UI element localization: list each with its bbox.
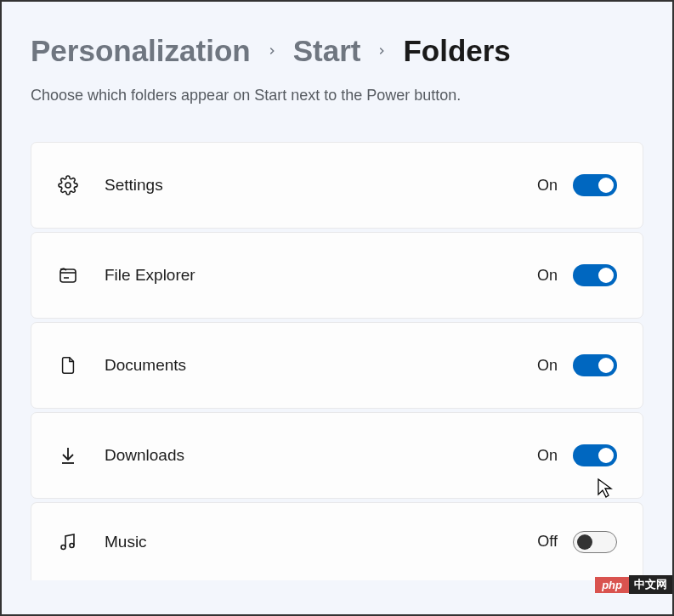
file-explorer-icon: [57, 264, 79, 286]
toggle-settings[interactable]: [573, 174, 617, 196]
watermark: php 中文网: [595, 575, 672, 594]
row-label: Documents: [105, 356, 537, 375]
folders-list: Settings On File Explorer On Documents O…: [31, 142, 643, 580]
gear-icon: [57, 174, 79, 196]
row-label: Downloads: [105, 446, 537, 465]
toggle-state-label: Off: [537, 533, 558, 551]
toggle-downloads[interactable]: [573, 444, 617, 466]
music-icon: [57, 531, 79, 553]
row-label: Music: [105, 533, 537, 551]
svg-point-4: [61, 545, 65, 549]
toggle-state-label: On: [537, 357, 558, 375]
toggle-documents[interactable]: [573, 354, 617, 376]
svg-point-5: [70, 543, 74, 547]
toggle-music[interactable]: [573, 531, 617, 553]
document-icon: [57, 354, 79, 376]
page-title: Folders: [403, 34, 510, 68]
toggle-state-label: On: [537, 177, 558, 195]
page-subtitle: Choose which folders appear on Start nex…: [31, 87, 643, 105]
row-file-explorer: File Explorer On: [31, 232, 643, 319]
svg-rect-1: [60, 269, 76, 282]
row-music: Music Off: [31, 502, 643, 580]
row-documents: Documents On: [31, 322, 643, 409]
toggle-file-explorer[interactable]: [573, 264, 617, 286]
breadcrumb-start[interactable]: Start: [293, 34, 361, 68]
toggle-state-label: On: [537, 267, 558, 285]
svg-point-0: [65, 183, 71, 188]
chevron-right-icon: [376, 40, 388, 62]
row-label: Settings: [105, 176, 537, 195]
toggle-state-label: On: [537, 447, 558, 465]
breadcrumb: Personalization Start Folders: [31, 34, 643, 68]
chevron-right-icon: [266, 40, 278, 62]
download-icon: [57, 444, 79, 466]
breadcrumb-personalization[interactable]: Personalization: [31, 34, 251, 68]
row-label: File Explorer: [105, 266, 537, 285]
watermark-left: php: [595, 577, 629, 593]
watermark-right: 中文网: [629, 575, 672, 594]
row-settings: Settings On: [31, 142, 643, 229]
row-downloads: Downloads On: [31, 412, 643, 499]
